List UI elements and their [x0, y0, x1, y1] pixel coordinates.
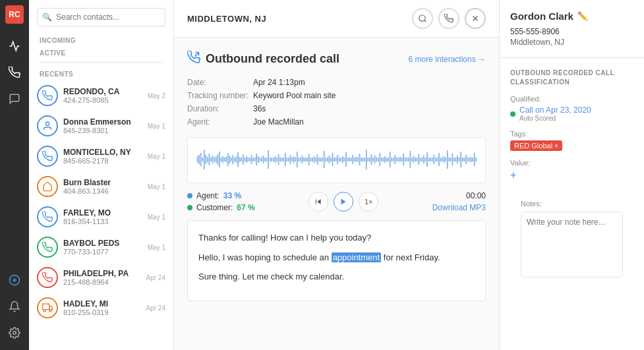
- contact-donna[interactable]: Donna Emmerson 845-239-8301 May 1: [29, 111, 173, 141]
- qualified-link[interactable]: Call on Apr 23, 2020: [519, 105, 591, 115]
- contact-baybol[interactable]: BAYBOL PEDS 770-733-1077 May 1: [29, 232, 173, 262]
- search-input[interactable]: [37, 8, 165, 26]
- svg-rect-21: [209, 154, 210, 165]
- svg-rect-85: [317, 154, 318, 165]
- time-display: 00:00: [432, 191, 486, 200]
- svg-rect-80: [308, 154, 310, 165]
- svg-rect-27: [219, 152, 220, 167]
- close-button[interactable]: [465, 8, 486, 29]
- incoming-label: INCOMING: [29, 34, 173, 47]
- download-link[interactable]: Download MP3: [432, 203, 486, 212]
- svg-rect-149: [425, 158, 426, 161]
- nav-analytics[interactable]: [3, 34, 26, 58]
- svg-rect-121: [378, 158, 379, 161]
- svg-rect-91: [327, 158, 328, 161]
- svg-rect-133: [398, 158, 399, 161]
- svg-rect-24: [214, 158, 215, 161]
- customer-pct: 67 %: [237, 203, 254, 212]
- svg-rect-57: [270, 158, 271, 161]
- play-button[interactable]: [334, 192, 353, 212]
- agent-channel-label: Agent:: [196, 191, 220, 200]
- svg-rect-34: [231, 158, 232, 161]
- svg-rect-131: [394, 155, 395, 164]
- svg-rect-167: [455, 158, 457, 161]
- svg-rect-145: [418, 154, 419, 165]
- waveform-container[interactable]: [187, 137, 486, 183]
- svg-rect-63: [279, 158, 281, 161]
- contact-info: Burn Blaster 404-863-1346: [63, 178, 142, 195]
- svg-rect-35: [233, 155, 234, 164]
- svg-rect-78: [305, 158, 307, 161]
- svg-rect-94: [332, 153, 334, 166]
- svg-rect-171: [462, 158, 463, 161]
- contact-farley[interactable]: FARLEY, MO 816-354-1133 May 1: [29, 202, 173, 232]
- svg-rect-155: [435, 158, 436, 161]
- contact-burn[interactable]: Burn Blaster 404-863-1346 May 1: [29, 171, 173, 202]
- svg-rect-130: [393, 158, 394, 161]
- outbound-icon: [187, 51, 200, 67]
- contact-header-name: Gordon Clark ✏️: [510, 11, 633, 22]
- contact-location-right: Middletown, NJ: [510, 38, 633, 47]
- notes-textarea[interactable]: [521, 212, 623, 277]
- more-interactions-link[interactable]: 6 more interactions →: [409, 55, 486, 64]
- svg-rect-58: [271, 158, 272, 161]
- svg-rect-165: [452, 154, 454, 165]
- nav-add[interactable]: [3, 268, 26, 292]
- svg-marker-180: [318, 199, 321, 204]
- player-row: Agent: 33 % Customer: 67 % 1×: [187, 191, 486, 212]
- contact-monticello[interactable]: MONTICELLO, NY 845-665-2178 May 1: [29, 141, 173, 171]
- contact-redondo[interactable]: REDONDO, CA 424-275-8085 May 2: [29, 80, 173, 111]
- nav-calls[interactable]: [3, 61, 26, 84]
- svg-rect-32: [227, 153, 229, 166]
- svg-rect-178: [474, 153, 475, 166]
- svg-rect-86: [318, 158, 320, 161]
- nav-notifications[interactable]: [3, 295, 26, 318]
- customer-dot: [187, 205, 192, 210]
- tag-red-global: RED Global ×: [510, 140, 562, 151]
- svg-point-3: [13, 332, 16, 335]
- svg-rect-147: [421, 158, 423, 161]
- contact-info: BAYBOL PEDS 770-733-1077: [63, 239, 142, 256]
- svg-rect-150: [426, 152, 428, 167]
- contact-philadelphia[interactable]: PHILADELPH, PA 215-488-8964 Apr 24: [29, 262, 173, 293]
- call-meta: Date: Apr 24 1:13pm Tracking number: Key…: [187, 78, 486, 127]
- nav-settings[interactable]: [3, 321, 26, 345]
- add-value-button[interactable]: +: [510, 169, 516, 181]
- svg-rect-46: [251, 155, 252, 164]
- svg-rect-113: [364, 158, 365, 161]
- svg-point-8: [49, 310, 51, 312]
- edit-icon[interactable]: ✏️: [577, 11, 588, 21]
- rewind-button[interactable]: [308, 192, 328, 212]
- speed-button[interactable]: 1×: [359, 192, 378, 212]
- svg-rect-87: [320, 158, 322, 161]
- call-button[interactable]: [438, 8, 459, 29]
- classification-title: OUTBOUND RECORDED CALL CLASSIFICATION: [510, 69, 633, 87]
- nav-messages[interactable]: [3, 87, 26, 111]
- main-content: MIDDLETOWN, NJ Outbound recorded call 6 …: [174, 0, 499, 350]
- svg-rect-54: [264, 158, 266, 161]
- contact-date: May 1: [148, 183, 165, 190]
- svg-rect-152: [430, 158, 431, 161]
- svg-rect-95: [334, 158, 335, 161]
- svg-rect-138: [406, 158, 407, 161]
- tags-field: Tags: RED Global ×: [510, 130, 633, 151]
- svg-rect-84: [315, 158, 316, 161]
- tag-remove-button[interactable]: ×: [554, 142, 558, 150]
- contact-hadley[interactable]: HADLEY, MI 810-255-0319 Apr 24: [29, 293, 173, 323]
- active-divider: [40, 62, 163, 63]
- svg-rect-23: [212, 156, 214, 163]
- contact-date: May 1: [148, 123, 165, 130]
- svg-rect-39: [239, 157, 241, 162]
- contact-phone-right: 555-555-8906: [510, 27, 633, 36]
- duration-label: Duration:: [187, 104, 253, 113]
- recents-label: RECENTS: [29, 68, 173, 80]
- search-contact-button[interactable]: [412, 8, 433, 29]
- qualified-label: Qualified:: [510, 95, 633, 103]
- svg-rect-161: [445, 158, 446, 161]
- svg-rect-92: [329, 156, 330, 163]
- contact-phone: 404-863-1346: [63, 187, 142, 195]
- svg-rect-33: [229, 156, 230, 163]
- right-panel: Gordon Clark ✏️ 555-555-8906 Middletown,…: [499, 0, 644, 350]
- svg-marker-182: [341, 199, 346, 205]
- svg-rect-114: [366, 150, 367, 169]
